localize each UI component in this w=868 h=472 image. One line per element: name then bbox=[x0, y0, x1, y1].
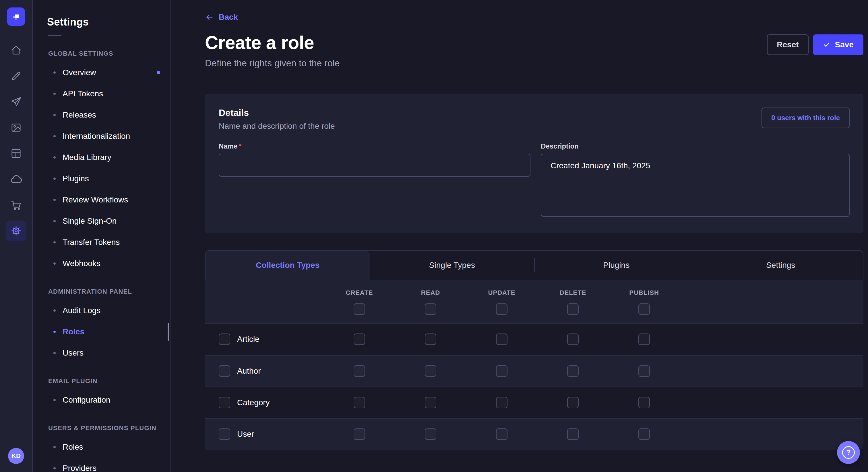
nav-deploy[interactable] bbox=[0, 166, 32, 192]
notification-dot bbox=[157, 71, 160, 74]
permission-row-category: Category bbox=[205, 386, 863, 418]
user-create-checkbox[interactable] bbox=[353, 429, 365, 440]
article-create-checkbox[interactable] bbox=[353, 334, 365, 345]
sidebar-item-up-providers[interactable]: Providers bbox=[33, 458, 170, 472]
tab-plugins[interactable]: Plugins bbox=[534, 250, 699, 280]
sidebar-item-audit-logs[interactable]: Audit Logs bbox=[33, 300, 170, 321]
permissions-table: CREATE READ UPDATE DELETE PUBLISH bbox=[205, 280, 863, 450]
page-title: Create a role bbox=[205, 32, 340, 53]
pen-icon bbox=[10, 70, 22, 82]
permissions-tabs: Collection Types Single Types Plugins Se… bbox=[205, 250, 863, 280]
row-label: Author bbox=[237, 367, 261, 376]
settings-sidebar: Settings GLOBAL SETTINGS Overview API To… bbox=[33, 0, 171, 472]
column-header-delete: DELETE bbox=[537, 289, 609, 297]
sidebar-item-admin-roles[interactable]: Roles bbox=[33, 321, 170, 342]
author-read-checkbox[interactable] bbox=[425, 365, 436, 377]
name-input[interactable] bbox=[219, 154, 530, 177]
permission-row-author: Author bbox=[205, 355, 863, 386]
tab-collection-types[interactable]: Collection Types bbox=[206, 250, 370, 280]
back-link[interactable]: Back bbox=[205, 12, 238, 22]
row-label: User bbox=[237, 430, 254, 439]
bullet-icon bbox=[53, 199, 56, 201]
tab-settings[interactable]: Settings bbox=[699, 250, 863, 280]
sidebar-item-api-tokens[interactable]: API Tokens bbox=[33, 83, 170, 104]
name-label: Name* bbox=[219, 142, 530, 150]
author-select-checkbox[interactable] bbox=[219, 365, 230, 377]
section-users-permissions-plugin: USERS & PERMISSIONS PLUGIN bbox=[48, 425, 170, 432]
sidebar-item-admin-users[interactable]: Users bbox=[33, 342, 170, 364]
permissions-table-header: CREATE READ UPDATE DELETE PUBLISH bbox=[205, 280, 863, 323]
sidebar-item-single-sign-on[interactable]: Single Sign-On bbox=[33, 210, 170, 232]
article-select-checkbox[interactable] bbox=[219, 334, 230, 345]
sidebar-item-releases[interactable]: Releases bbox=[33, 104, 170, 126]
reset-button[interactable]: Reset bbox=[767, 34, 808, 55]
user-read-checkbox[interactable] bbox=[425, 429, 436, 440]
select-all-delete-checkbox[interactable] bbox=[567, 303, 579, 315]
category-publish-checkbox[interactable] bbox=[639, 397, 650, 408]
back-arrow-icon bbox=[205, 12, 214, 22]
sidebar-item-up-roles[interactable]: Roles bbox=[33, 436, 170, 458]
article-delete-checkbox[interactable] bbox=[567, 334, 579, 345]
row-label: Category bbox=[237, 398, 270, 407]
nav-marketplace[interactable] bbox=[0, 192, 32, 218]
sidebar-item-label: Roles bbox=[63, 327, 84, 336]
gear-icon bbox=[10, 225, 22, 237]
select-all-read-checkbox[interactable] bbox=[425, 303, 436, 315]
select-all-publish-checkbox[interactable] bbox=[639, 303, 650, 315]
description-textarea[interactable]: Created January 16th, 2025 bbox=[541, 154, 849, 217]
author-update-checkbox[interactable] bbox=[496, 365, 507, 377]
column-header-publish: PUBLISH bbox=[609, 289, 680, 297]
bullet-icon bbox=[53, 262, 56, 265]
category-select-checkbox[interactable] bbox=[219, 397, 230, 408]
cloud-icon bbox=[10, 173, 22, 185]
author-create-checkbox[interactable] bbox=[353, 365, 365, 377]
main-content: Back Create a role Define the rights giv… bbox=[171, 0, 868, 472]
paper-plane-icon bbox=[10, 96, 22, 107]
user-select-checkbox[interactable] bbox=[219, 429, 230, 440]
sidebar-item-webhooks[interactable]: Webhooks bbox=[33, 253, 170, 274]
nav-content-manager[interactable] bbox=[0, 63, 32, 89]
select-all-create-checkbox[interactable] bbox=[353, 303, 365, 315]
bullet-icon bbox=[53, 135, 56, 137]
category-update-checkbox[interactable] bbox=[496, 397, 507, 408]
sidebar-item-plugins[interactable]: Plugins bbox=[33, 168, 170, 189]
sidebar-item-media-library[interactable]: Media Library bbox=[33, 147, 170, 168]
user-avatar[interactable]: KD bbox=[8, 448, 24, 464]
user-publish-checkbox[interactable] bbox=[639, 429, 650, 440]
sidebar-item-overview[interactable]: Overview bbox=[33, 62, 170, 83]
user-delete-checkbox[interactable] bbox=[567, 429, 579, 440]
category-create-checkbox[interactable] bbox=[353, 397, 365, 408]
permissions-section: Collection Types Single Types Plugins Se… bbox=[205, 250, 863, 450]
author-publish-checkbox[interactable] bbox=[639, 365, 650, 377]
sidebar-title: Settings bbox=[47, 16, 170, 28]
article-update-checkbox[interactable] bbox=[496, 334, 507, 345]
save-button[interactable]: Save bbox=[813, 34, 863, 55]
nav-home[interactable] bbox=[0, 37, 32, 63]
users-with-role-button[interactable]: 0 users with this role bbox=[762, 107, 849, 128]
bullet-icon bbox=[53, 399, 56, 401]
nav-settings[interactable] bbox=[0, 218, 32, 244]
permission-row-article: Article bbox=[205, 324, 863, 355]
section-email-plugin: EMAIL PLUGIN bbox=[48, 377, 170, 385]
sidebar-item-email-configuration[interactable]: Configuration bbox=[33, 390, 170, 411]
sidebar-item-internationalization[interactable]: Internationalization bbox=[33, 126, 170, 147]
user-update-checkbox[interactable] bbox=[496, 429, 507, 440]
nav-content-type-builder[interactable] bbox=[0, 140, 32, 166]
article-read-checkbox[interactable] bbox=[425, 334, 436, 345]
article-publish-checkbox[interactable] bbox=[639, 334, 650, 345]
nav-media-library[interactable] bbox=[0, 115, 32, 140]
bullet-icon bbox=[53, 352, 56, 354]
sidebar-item-transfer-tokens[interactable]: Transfer Tokens bbox=[33, 232, 170, 253]
sidebar-item-label: Internationalization bbox=[63, 132, 130, 141]
main-nav: KD bbox=[0, 0, 33, 472]
category-delete-checkbox[interactable] bbox=[567, 397, 579, 408]
tab-single-types[interactable]: Single Types bbox=[370, 250, 534, 280]
category-read-checkbox[interactable] bbox=[425, 397, 436, 408]
select-all-update-checkbox[interactable] bbox=[496, 303, 507, 315]
help-button[interactable]: ? bbox=[837, 441, 860, 464]
nav-releases[interactable] bbox=[0, 89, 32, 115]
section-administration-panel: ADMINISTRATION PANEL bbox=[48, 288, 170, 295]
app-logo[interactable] bbox=[7, 7, 25, 26]
author-delete-checkbox[interactable] bbox=[567, 365, 579, 377]
sidebar-item-review-workflows[interactable]: Review Workflows bbox=[33, 189, 170, 210]
